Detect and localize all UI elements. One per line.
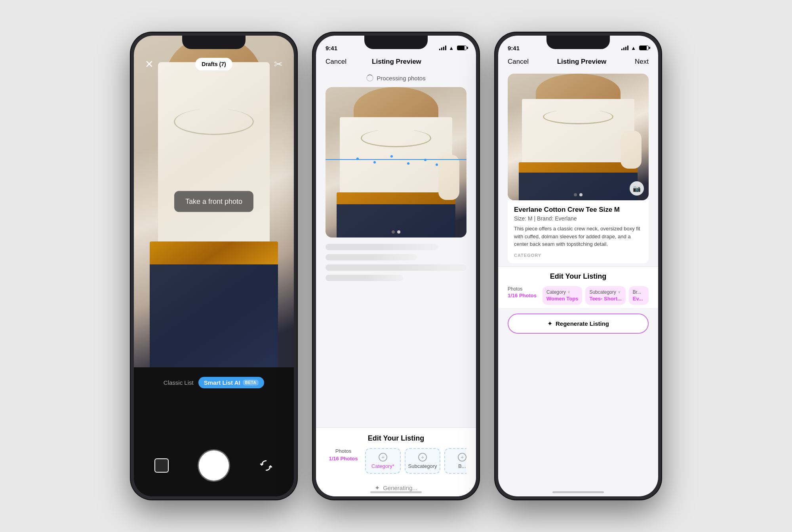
nav-title-2: Listing Preview bbox=[372, 58, 421, 66]
processing-text: Processing photos bbox=[377, 75, 425, 82]
signal-bar-3-3 bbox=[625, 47, 626, 50]
camera-badge[interactable]: 📷 bbox=[630, 181, 644, 196]
brand-label-2: B... bbox=[458, 463, 466, 469]
front-photo-text: Take a front photo bbox=[185, 198, 242, 205]
necklace bbox=[174, 108, 254, 135]
status-icons-3: ▲ bbox=[621, 45, 649, 51]
scissors-icon[interactable]: ✂ bbox=[274, 59, 283, 69]
phone-2-screen: 9:41 ▲ Cancel Listing Prev bbox=[316, 36, 476, 496]
category-tab-3[interactable]: Category ∨ Women Tops bbox=[543, 286, 582, 305]
battery-fill-2 bbox=[457, 46, 465, 50]
scan-dot-6 bbox=[436, 163, 438, 166]
classic-list-label[interactable]: Classic List bbox=[164, 379, 194, 386]
wifi-icon-3: ▲ bbox=[631, 45, 636, 51]
beta-badge: BETA bbox=[243, 380, 259, 386]
brand-icon-2: + bbox=[458, 453, 466, 462]
signal-bar-3 bbox=[443, 47, 444, 50]
edit-listing-title-2: Edit Your Listing bbox=[326, 434, 466, 443]
category-chevron-3: ∨ bbox=[567, 290, 570, 294]
signal-bar-3-4 bbox=[627, 46, 628, 50]
brand-tab-2[interactable]: + B... bbox=[444, 448, 466, 474]
signal-bar-4 bbox=[445, 46, 446, 50]
signal-bar-3-1 bbox=[621, 49, 623, 50]
subcategory-tab-3[interactable]: Subcategory ∨ Tees- Short... bbox=[585, 286, 625, 305]
photos-tab-label-3: Photos bbox=[508, 286, 522, 292]
listing-description: This piece offers a classic crew neck, o… bbox=[514, 225, 642, 248]
listing-title: Everlane Cotton Crew Tee Size M bbox=[514, 206, 642, 214]
category-label-2: Category* bbox=[371, 463, 394, 469]
phone-1-notch bbox=[182, 36, 246, 49]
image-indicators-2 bbox=[392, 230, 400, 234]
gallery-button[interactable] bbox=[153, 457, 170, 474]
scan-dot-1 bbox=[356, 158, 359, 160]
scan-dot-5 bbox=[424, 159, 426, 161]
scan-dot-3 bbox=[390, 155, 393, 158]
battery-fill-3 bbox=[640, 46, 647, 50]
subcategory-label-2: Subcategory bbox=[408, 463, 437, 469]
cancel-button-3[interactable]: Cancel bbox=[508, 58, 529, 66]
battery-icon-2 bbox=[457, 46, 466, 50]
gallery-icon bbox=[154, 458, 169, 473]
brand-tab-value-3: Ev... bbox=[633, 296, 643, 302]
category-tab-label-3: Category bbox=[546, 289, 566, 295]
phone-1-screen: Take a front photo ✕ Drafts (7) ✂ Classi… bbox=[134, 36, 294, 496]
regenerate-button[interactable]: ✦ Regenerate Listing bbox=[508, 314, 649, 334]
phone-1: Take a front photo ✕ Drafts (7) ✂ Classi… bbox=[131, 32, 297, 500]
p-belt-2 bbox=[337, 192, 455, 206]
flip-camera-button[interactable] bbox=[257, 457, 275, 474]
signal-bars-3 bbox=[621, 46, 628, 50]
p-belt-3 bbox=[519, 162, 637, 174]
nav-bar-3: Cancel Listing Preview Next bbox=[498, 55, 658, 70]
regen-text: Regenerate Listing bbox=[556, 320, 609, 327]
scan-dot-2 bbox=[373, 161, 376, 163]
photos-tab-3[interactable]: Photos 1/16 Photos bbox=[508, 286, 539, 305]
listing-image-card-2 bbox=[326, 87, 466, 238]
subcategory-icon-2: + bbox=[418, 453, 427, 462]
mode-selector: Classic List Smart List AI BETA bbox=[164, 377, 264, 388]
signal-bar-2 bbox=[441, 48, 442, 50]
next-button-3[interactable]: Next bbox=[635, 58, 649, 66]
indicator-3-1 bbox=[574, 193, 577, 196]
category-section-label: CATEGORY bbox=[514, 253, 642, 258]
camera-photo: Take a front photo bbox=[134, 36, 294, 367]
signal-bar-1 bbox=[439, 49, 440, 50]
person-photo-3 bbox=[508, 74, 649, 200]
processing-screen: 9:41 ▲ Cancel Listing Prev bbox=[316, 36, 476, 496]
status-time-2: 9:41 bbox=[326, 45, 337, 51]
subcategory-tab-value-3: Tees- Short... bbox=[589, 296, 621, 302]
drafts-button[interactable]: Drafts (7) bbox=[195, 58, 232, 70]
battery-icon-3 bbox=[639, 46, 649, 50]
listing-image-card-3: 📷 bbox=[508, 74, 649, 200]
indicator-2 bbox=[397, 230, 400, 234]
photos-tab-value-2: 1/16 Photos bbox=[329, 456, 358, 462]
home-indicator-2 bbox=[370, 491, 422, 493]
indicator-1 bbox=[392, 230, 395, 234]
edit-listing-title-3: Edit Your Listing bbox=[508, 272, 649, 281]
phone-3-screen: 9:41 ▲ Cancel Listing Prev bbox=[498, 36, 658, 496]
p-shirt-3 bbox=[522, 99, 635, 165]
subcategory-tab-2[interactable]: + Subcategory bbox=[405, 448, 440, 474]
phone-2-notch bbox=[364, 36, 428, 49]
shutter-button[interactable] bbox=[199, 450, 229, 481]
image-indicators-3 bbox=[574, 193, 583, 196]
edit-listing-section-2: Edit Your Listing Photos 1/16 Photos + C… bbox=[316, 428, 476, 479]
category-tab-2[interactable]: + Category* bbox=[365, 448, 401, 474]
brand-tab-3[interactable]: Br... Ev... bbox=[629, 286, 649, 305]
edit-listing-section-3: Edit Your Listing Photos 1/16 Photos Cat… bbox=[498, 266, 658, 308]
belt bbox=[150, 241, 278, 268]
close-icon[interactable]: ✕ bbox=[145, 59, 154, 69]
subcategory-tab-label-3: Subcategory bbox=[589, 289, 616, 295]
signal-bars-2 bbox=[439, 46, 446, 50]
skeleton-2 bbox=[326, 254, 417, 260]
jeans bbox=[150, 264, 278, 367]
smart-list-button[interactable]: Smart List AI BETA bbox=[198, 377, 264, 388]
front-photo-overlay: Take a front photo bbox=[174, 191, 253, 212]
skeleton-1 bbox=[326, 244, 438, 250]
skeleton-4 bbox=[326, 275, 403, 281]
cancel-button-2[interactable]: Cancel bbox=[326, 58, 346, 66]
listing-meta: Size: M | Brand: Everlane bbox=[514, 215, 642, 222]
processing-spinner bbox=[366, 74, 373, 82]
scan-dot-4 bbox=[407, 162, 409, 165]
photos-tab-2[interactable]: Photos 1/16 Photos bbox=[326, 448, 361, 474]
camera-screen: Take a front photo ✕ Drafts (7) ✂ Classi… bbox=[134, 36, 294, 496]
